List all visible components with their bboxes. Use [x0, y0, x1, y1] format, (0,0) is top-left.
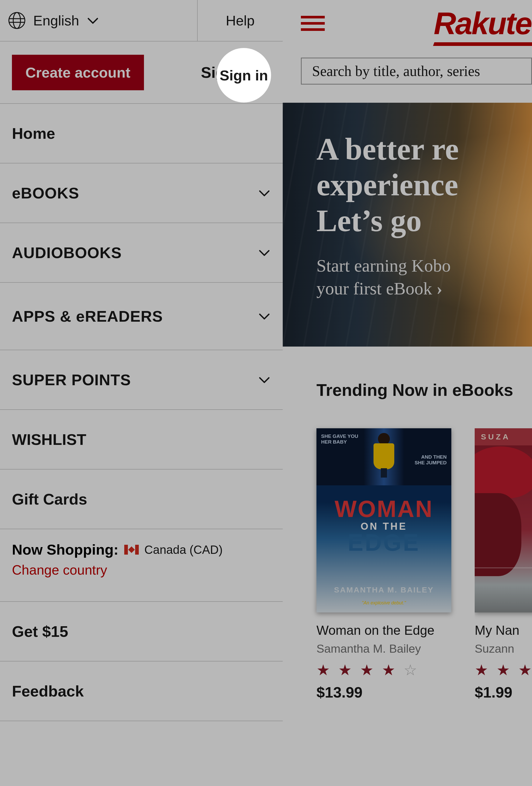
book-author[interactable]: Samantha M. Bailey: [317, 642, 451, 655]
chevron-down-icon: [258, 186, 271, 200]
cover-title-w3: EDGE: [317, 529, 451, 556]
sign-in-spotlight[interactable]: Sign in: [216, 48, 271, 102]
book-shelf: SHE GAVE YOUHER BABY AND THENSHE JUMPED …: [317, 428, 532, 701]
sign-in-spotlight-label: Sign in: [220, 67, 268, 84]
help-label: Help: [226, 13, 254, 28]
change-country-link[interactable]: Change country: [12, 562, 107, 578]
book-title[interactable]: Woman on the Edge: [317, 623, 451, 638]
cover-author: SAMANTHA M. BAILEY: [317, 585, 451, 594]
hero-line3: Let’s go: [317, 203, 532, 239]
nav-get15[interactable]: Get $15: [0, 602, 283, 662]
flag-canada-icon: [124, 545, 139, 555]
rating-stars: ★ ★ ★: [475, 661, 532, 679]
nav-label: AUDIOBOOKS: [12, 244, 122, 262]
cover-blurb: "An explosive debut.": [317, 600, 451, 606]
hero-sub1: Start earning Kobo: [317, 254, 532, 277]
cover-tag-left: SHE GAVE YOUHER BABY: [321, 434, 358, 445]
nav-audiobooks[interactable]: AUDIOBOOKS: [0, 223, 283, 283]
book-title[interactable]: My Nan: [475, 623, 532, 638]
create-account-label: Create account: [25, 64, 131, 81]
brand-text: Rakute: [434, 6, 531, 41]
nav-label: Feedback: [12, 682, 84, 700]
nav-label: SUPER POINTS: [12, 371, 131, 389]
hero-line1: A better re: [317, 131, 532, 167]
main-header: Rakute: [283, 0, 532, 47]
book-card[interactable]: SUZA My My Nan Suzann ★ ★ ★ $1.99: [475, 428, 532, 701]
cover-tag-right: AND THENSHE JUMPED: [415, 454, 447, 466]
language-label: English: [33, 13, 79, 28]
hero-sub2: your first eBook: [317, 279, 432, 298]
nav-label: eBOOKS: [12, 184, 79, 202]
nav-giftcards[interactable]: Gift Cards: [0, 469, 283, 529]
nav-superpoints[interactable]: SUPER POINTS: [0, 350, 283, 410]
book-author[interactable]: Suzann: [475, 642, 532, 655]
nav-list: Home eBOOKS AUDIOBOOKS APPS & eREADERS S…: [0, 104, 283, 721]
region-value: Canada (CAD): [144, 543, 223, 557]
brand-logo[interactable]: Rakute: [434, 5, 531, 41]
nav-label: Home: [12, 124, 55, 142]
chevron-right-icon: ›: [437, 279, 442, 298]
help-link[interactable]: Help: [197, 0, 283, 41]
search-input[interactable]: Search by title, author, series: [301, 57, 532, 85]
book-card[interactable]: SHE GAVE YOUHER BABY AND THENSHE JUMPED …: [317, 428, 451, 701]
main-content: Rakute Search by title, author, series A…: [283, 0, 532, 786]
section-trending-title: Trending Now in eBooks: [317, 380, 532, 400]
rating-stars: ★ ★ ★ ★ ☆: [317, 661, 451, 679]
nav-wishlist[interactable]: WISHLIST: [0, 410, 283, 469]
nav-feedback[interactable]: Feedback: [0, 662, 283, 721]
book-price: $1.99: [475, 684, 532, 701]
search-placeholder: Search by title, author, series: [312, 63, 480, 79]
nav-label: Get $15: [12, 623, 68, 641]
nav-label: Gift Cards: [12, 490, 87, 508]
book-cover[interactable]: SUZA My: [475, 428, 532, 612]
chevron-down-icon: [258, 246, 271, 259]
globe-icon: [8, 11, 26, 29]
nav-label: WISHLIST: [12, 431, 86, 448]
nav-apps[interactable]: APPS & eREADERS: [0, 283, 283, 350]
hamburger-icon[interactable]: [301, 16, 325, 31]
svg-point-0: [9, 13, 25, 28]
nav-home[interactable]: Home: [0, 104, 283, 163]
nav-ebooks[interactable]: eBOOKS: [0, 163, 283, 223]
language-selector[interactable]: English: [0, 0, 197, 41]
region-label: Now Shopping:: [12, 541, 118, 558]
create-account-button[interactable]: Create account: [12, 55, 144, 90]
hero-banner[interactable]: A better re experience Let’s go Start ea…: [283, 103, 532, 347]
drawer-topbar: English Help: [0, 0, 283, 42]
chevron-down-icon: [258, 310, 271, 323]
hero-sub: Start earning Kobo your first eBook ›: [317, 254, 532, 300]
cover-title-w1: WOMAN: [317, 496, 451, 523]
nav-label: APPS & eREADERS: [12, 307, 163, 325]
region-block: Now Shopping: Canada (CAD) Change countr…: [0, 529, 283, 602]
hero-line2: experience: [317, 167, 532, 203]
chevron-down-icon: [258, 373, 271, 386]
book-price: $13.99: [317, 684, 451, 701]
svg-point-1: [13, 13, 21, 28]
book-cover[interactable]: SHE GAVE YOUHER BABY AND THENSHE JUMPED …: [317, 428, 451, 612]
nav-drawer: English Help Create account Sign in Home…: [0, 0, 283, 786]
brand-underline: [433, 42, 532, 46]
chevron-down-icon: [86, 14, 99, 27]
cover-band: SUZA: [475, 428, 532, 445]
